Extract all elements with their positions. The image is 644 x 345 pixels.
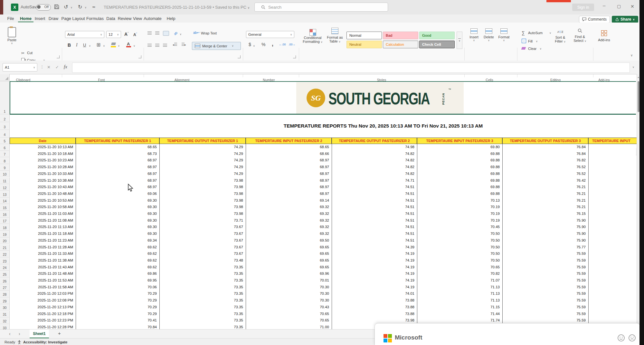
cell-value[interactable]: 71.15 [417,305,500,311]
cell-date[interactable]: 2025-11-20 10:18 AM [10,152,73,158]
cell-value[interactable]: 70.30 [246,285,329,291]
font-size-select[interactable]: 12∨ [106,31,121,38]
wrap-text-button[interactable]: Wrap Text [201,31,217,35]
row-header-9[interactable]: 9 [0,164,10,171]
share-button[interactable]: Share ∨ [612,16,638,23]
bold-button[interactable]: B [68,43,71,48]
fill-button-dropdown-icon[interactable]: ∨ [536,40,538,43]
cell-value[interactable]: 74.01 [332,292,414,297]
cell-value[interactable]: 74.51 [332,198,414,204]
cell-date[interactable]: 2025-11-20 10:48 AM [10,192,73,197]
cell-value[interactable]: 70.84 [76,325,157,329]
paste-button[interactable]: Paste ∨ [5,25,19,55]
cell-value[interactable]: 69.34 [76,238,157,244]
cell-value[interactable]: 69.65 [246,252,329,257]
accessibility-status[interactable]: Accessibility: Investigate [23,340,67,344]
cell-value[interactable]: 75.59 [502,285,586,291]
row-header-2[interactable]: 2 [0,114,10,122]
row-header-24[interactable]: 24 [0,264,10,271]
alignment-dialog-launcher[interactable] [238,55,241,58]
cell-value[interactable]: 68.97 [76,165,157,171]
cell-value[interactable]: 74.51 [332,212,414,217]
table-header-cell[interactable]: TEMPERTAURE INPUT [588,138,644,144]
wrap-text-icon[interactable]: ab↩ [193,31,200,34]
cell-value[interactable]: 73.88 [332,298,414,304]
cell-value[interactable]: 73.98 [159,205,243,211]
cell-value[interactable]: 71.07 [417,278,500,284]
cell-value[interactable]: 75.90 [502,238,586,244]
cell-value[interactable]: 69.30 [76,225,157,231]
cell-value[interactable]: 69.80 [417,145,500,151]
cell-value[interactable]: 73.98 [159,178,243,184]
cell-value[interactable]: 68.97 [76,178,157,184]
cell-value[interactable]: 76.52 [502,172,586,177]
row-header-30[interactable]: 30 [0,304,10,311]
cell-value[interactable]: 75.59 [502,298,586,304]
cut-button[interactable]: Cut [27,51,33,55]
row-header-17[interactable]: 17 [0,217,10,224]
ribbon-tab-draw[interactable]: Draw [46,15,61,22]
cell-value[interactable]: 74.82 [332,165,414,171]
cell-date[interactable]: 2025-11-20 11:58 AM [10,285,73,291]
sort-filter-button[interactable]: A▽Z Sort & Filter ∨ [551,28,569,43]
cell-date[interactable]: 2025-11-20 11:43 AM [10,265,73,271]
cell-value[interactable]: 76.15 [502,212,586,217]
orientation-dropdown-icon[interactable]: ∨ [180,33,182,36]
cell-value[interactable]: 68.65 [76,145,157,151]
cell-value[interactable]: 74.51 [332,218,414,224]
cell-value[interactable]: 70.29 [76,298,157,304]
cell-date[interactable]: 2025-11-20 11:48 AM [10,272,73,277]
cell-value[interactable]: 73.35 [159,312,243,318]
cell-value[interactable]: 74.71 [332,178,414,184]
cell-value[interactable]: 71.13 [417,298,500,304]
cell-value[interactable]: 74.29 [159,145,243,151]
clear-button[interactable]: Clear [528,47,536,51]
cell-style-good[interactable]: Good [419,32,455,39]
cell-value[interactable]: 70.19 [417,205,500,211]
cell-date[interactable]: 2025-11-20 10:23 AM [10,158,73,164]
cell-value[interactable]: 69.65 [246,245,329,251]
find-select-button[interactable]: Find & Select ∨ [571,28,589,43]
ribbon-tab-page-layout[interactable]: Page Layout [60,15,86,22]
cell-value[interactable]: 73.98 [159,212,243,217]
clear-icon[interactable] [521,47,526,50]
decrease-decimal-icon[interactable]: .00→ [289,43,296,46]
cell-value[interactable]: 76.21 [502,198,586,204]
autosum-icon[interactable]: ∑ [522,30,525,35]
row-header-13[interactable]: 13 [0,191,10,197]
row-header-11[interactable]: 11 [0,177,10,184]
cell-value[interactable]: 76.21 [502,205,586,211]
cell-value[interactable]: 69.88 [417,165,500,171]
cell-value[interactable]: 75.59 [502,272,586,277]
sign-in-button[interactable]: Sign in [572,4,594,11]
row-header-1[interactable]: 1 [0,81,10,114]
row-header-16[interactable]: 16 [0,211,10,217]
cell-value[interactable]: 69.88 [417,172,500,177]
cell-value[interactable]: 71.13 [417,292,500,297]
align-left-icon[interactable] [147,44,152,47]
cell-value[interactable]: 68.97 [246,172,329,177]
cell-value[interactable]: 71.13 [417,285,500,291]
currency-icon[interactable]: $ [249,42,251,47]
cell-value[interactable]: 70.50 [417,252,500,257]
cell-date[interactable]: 2025-11-20 11:23 AM [10,238,73,244]
cell-value[interactable]: 70.50 [417,258,500,264]
cell-value[interactable]: 69.65 [246,258,329,264]
cell-value[interactable]: 73.98 [159,185,243,191]
row-header-8[interactable]: 8 [0,157,10,164]
insert-cells-button[interactable]: Insert ∨ [467,28,481,42]
add-sheet-button[interactable]: + [58,331,61,336]
cell-value[interactable]: 74.51 [332,205,414,211]
fill-color-icon[interactable] [111,43,116,45]
increase-decimal-icon[interactable]: ←.00 [279,43,286,46]
cell-style-calculation[interactable]: Calculation [383,41,418,48]
cell-value[interactable]: 73.35 [159,298,243,304]
cell-value[interactable]: 75.59 [502,252,586,257]
add-ins-button[interactable]: Add-ins [594,28,614,42]
align-top-icon[interactable] [147,32,152,34]
cell-value[interactable]: 73.67 [159,245,243,251]
cell-value[interactable]: 70.19 [417,212,500,217]
cell-value[interactable]: 70.30 [246,292,329,297]
cell-date[interactable]: 2025-11-20 10:38 AM [10,178,73,184]
table-header-cell[interactable]: TEMPERTAURE OUTPUT PASTEURIZER 2 [332,138,417,144]
